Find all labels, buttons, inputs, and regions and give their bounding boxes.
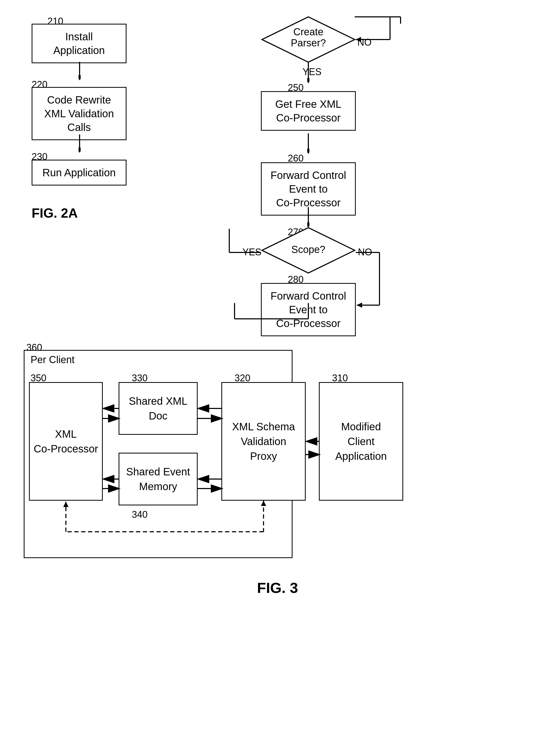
arrows-270	[227, 229, 432, 308]
top-row: 210 Install Application 220 Code Rewrite…	[16, 16, 539, 321]
box-install-app: Install Application	[32, 24, 127, 63]
fig2a-caption: FIG. 2A	[32, 206, 78, 221]
diamond-240-svg: Create Parser?	[261, 16, 356, 63]
yes-label-240: YES	[303, 66, 322, 78]
box-250: Get Free XMLCo-Processor	[261, 91, 356, 131]
arrow-2	[79, 134, 81, 153]
page: 210 Install Application 220 Code Rewrite…	[0, 0, 555, 756]
svg-marker-25	[356, 37, 361, 42]
svg-marker-45	[63, 502, 69, 507]
fig2b-container: 240 Create Parser? NO YES 250	[227, 16, 437, 321]
arrow-240-250	[307, 63, 309, 84]
no-arrow-top	[355, 16, 413, 24]
loop-280	[227, 303, 437, 329]
fig3-caption: FIG. 3	[16, 579, 539, 596]
fig3-section: 360 Per Client 350 XMLCo-Processor 330 S…	[16, 342, 539, 596]
svg-text:Create: Create	[293, 26, 323, 37]
fig2a-container: 210 Install Application 220 Code Rewrite…	[16, 16, 163, 221]
svg-text:Parser?: Parser?	[291, 37, 326, 48]
svg-marker-10	[307, 149, 309, 154]
svg-marker-3	[79, 147, 81, 153]
arrow-1	[79, 62, 81, 80]
arrow-250-260	[307, 133, 309, 154]
fig3-arrows	[16, 342, 437, 569]
svg-marker-46	[261, 501, 266, 506]
box-code-rewrite: Code RewriteXML ValidationCalls	[32, 87, 127, 140]
svg-marker-8	[307, 78, 309, 83]
arrow-260-270	[307, 207, 309, 228]
box-run-app: Run Application	[32, 160, 127, 185]
svg-marker-1	[79, 75, 81, 80]
